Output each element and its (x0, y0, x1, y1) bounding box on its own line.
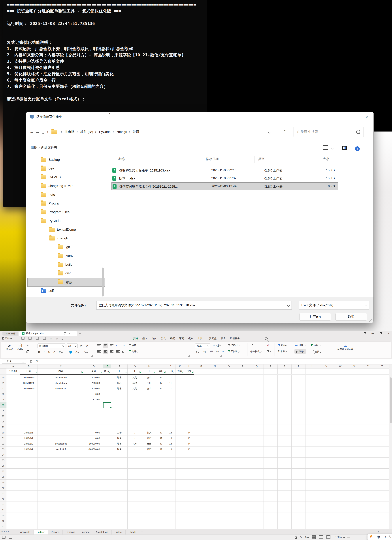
cell-C30[interactable] (38, 430, 84, 435)
cell-Y37[interactable] (361, 469, 375, 474)
cell-M38[interactable] (194, 474, 208, 480)
cell-A25[interactable] (6, 402, 20, 408)
cell-B26[interactable] (20, 408, 38, 413)
justify-icon[interactable] (116, 350, 120, 354)
cell-F34[interactable] (111, 452, 127, 458)
cell-Q38[interactable] (250, 474, 264, 480)
align-top-icon[interactable] (97, 344, 101, 347)
cell-D35[interactable] (84, 458, 103, 463)
cell-R29[interactable] (264, 425, 278, 430)
cell-P46[interactable] (236, 518, 250, 524)
cell-H1[interactable]: Ⅰ (142, 369, 156, 374)
cell-N1[interactable] (208, 369, 222, 374)
cell-O47[interactable] (222, 524, 236, 529)
cell-U21[interactable] (305, 380, 319, 386)
cell-P20[interactable] (236, 375, 250, 380)
filter-dropdown-icon[interactable] (163, 371, 166, 373)
cell-V38[interactable] (319, 474, 333, 480)
cell-N34[interactable] (208, 452, 222, 458)
cell-F38[interactable] (111, 474, 127, 480)
breadcrumb[interactable]: >此电脑>软件 (D:)>PyCode>zhengli>资源 (49, 127, 278, 137)
cell-M47[interactable] (194, 524, 208, 529)
save-icon[interactable] (21, 337, 24, 340)
cell-H25[interactable] (142, 402, 156, 408)
cell-W43[interactable] (333, 502, 347, 507)
cell-L29[interactable] (184, 425, 194, 430)
cell-J38[interactable] (166, 474, 176, 480)
cell-Z24[interactable] (375, 397, 389, 402)
cell-I32[interactable]: 47 (156, 441, 166, 446)
cell-A44[interactable] (6, 507, 20, 513)
cell-B38[interactable] (20, 474, 38, 480)
row-header-34[interactable]: 34 (0, 452, 6, 458)
breadcrumb-segment[interactable]: 此电脑 (65, 127, 74, 137)
cell-M22[interactable] (194, 386, 208, 391)
cell-D29[interactable] (84, 425, 103, 430)
cell-E27[interactable] (103, 413, 111, 419)
sum-button[interactable]: Σ 求和 (278, 350, 286, 353)
cell-B25[interactable] (20, 402, 38, 408)
cell-D32[interactable]: 100000.00 (84, 441, 103, 446)
cell-M25[interactable] (194, 402, 208, 408)
cell-J31[interactable]: 13 (166, 435, 176, 441)
cell-G45[interactable] (127, 513, 142, 518)
cell-E39[interactable] (103, 480, 111, 485)
cell-K24[interactable] (176, 397, 184, 402)
thousands-icon[interactable]: 000 (210, 350, 213, 352)
column-header-I[interactable]: I (156, 365, 166, 368)
cell-P36[interactable] (236, 463, 250, 469)
row-header-24[interactable]: 24 (0, 397, 6, 402)
cell-K27[interactable] (176, 413, 184, 419)
cell-C26[interactable] (38, 408, 84, 413)
file-list-column-1[interactable]: 修改日期 (206, 157, 219, 163)
cell-X27[interactable] (347, 413, 361, 419)
cell-Z27[interactable] (375, 413, 389, 419)
cell-C40[interactable] (38, 485, 84, 491)
cell-Z36[interactable] (375, 463, 389, 469)
cell-H38[interactable] (142, 474, 156, 480)
cell-T30[interactable] (292, 430, 305, 435)
increase-font-icon[interactable]: A⁺ (80, 344, 83, 347)
cell-L47[interactable] (184, 524, 194, 529)
cell-J30[interactable]: 13 (166, 430, 176, 435)
align-middle-icon[interactable] (103, 344, 108, 348)
cell-F40[interactable] (111, 485, 127, 491)
cell-Y40[interactable] (361, 485, 375, 491)
hscroll-right-icon[interactable]: ▸ (378, 530, 379, 533)
cell-K37[interactable] (176, 469, 184, 474)
cell-O34[interactable] (222, 452, 236, 458)
cell-F29[interactable] (111, 425, 127, 430)
insert-function-icon[interactable]: fx (35, 359, 38, 363)
cell-M43[interactable] (194, 502, 208, 507)
cell-A40[interactable] (6, 485, 20, 491)
cell-L31[interactable]: P (184, 435, 194, 441)
cell-A34[interactable] (6, 452, 20, 458)
filter-dropdown-icon[interactable] (81, 371, 84, 373)
cell-P31[interactable] (236, 435, 250, 441)
cell-Q31[interactable] (250, 435, 264, 441)
column-header-K[interactable]: K (176, 365, 184, 368)
cell-C22[interactable]: cloudlet.cc (38, 386, 84, 391)
cell-M29[interactable] (194, 425, 208, 430)
sort-caret-icon[interactable]: ^ (109, 113, 110, 116)
breadcrumb-segment[interactable]: zhengli (117, 127, 127, 137)
cell-J20[interactable]: 11 (166, 375, 176, 380)
cell-V36[interactable] (319, 463, 333, 469)
add-sheet-button[interactable]: + (139, 530, 145, 535)
cell-Y39[interactable] (361, 480, 375, 485)
column-header-Y[interactable]: Y (361, 365, 375, 368)
paste-button[interactable]: 📋粘贴 (16, 344, 25, 350)
cell-B44[interactable] (20, 507, 38, 513)
cell-A43[interactable] (6, 502, 20, 507)
cell-P41[interactable] (236, 491, 250, 496)
cell-B28[interactable] (20, 419, 38, 425)
cell-O45[interactable] (222, 513, 236, 518)
text-orientation-icon[interactable] (122, 350, 124, 353)
cell-Z46[interactable] (375, 518, 389, 524)
macro-icon[interactable] (2, 536, 5, 539)
cell-J46[interactable] (166, 518, 176, 524)
cell-E43[interactable] (103, 502, 111, 507)
cell-J25[interactable] (166, 402, 176, 408)
cell-O20[interactable] (222, 375, 236, 380)
cell-B29[interactable] (20, 425, 38, 430)
